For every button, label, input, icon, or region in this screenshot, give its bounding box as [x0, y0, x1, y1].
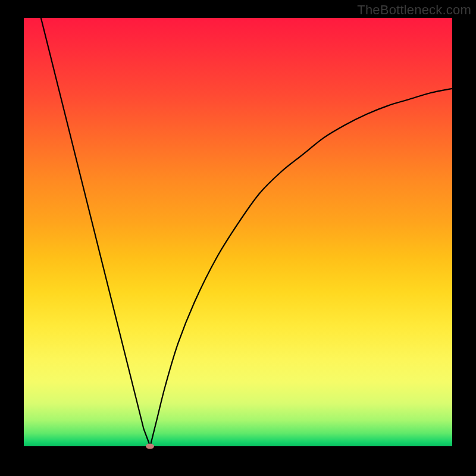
chart-container: TheBottleneck.com	[0, 0, 476, 476]
minimum-marker	[146, 444, 154, 449]
plot-area	[24, 18, 452, 446]
bottleneck-curve	[24, 18, 452, 446]
watermark-label: TheBottleneck.com	[357, 2, 471, 18]
